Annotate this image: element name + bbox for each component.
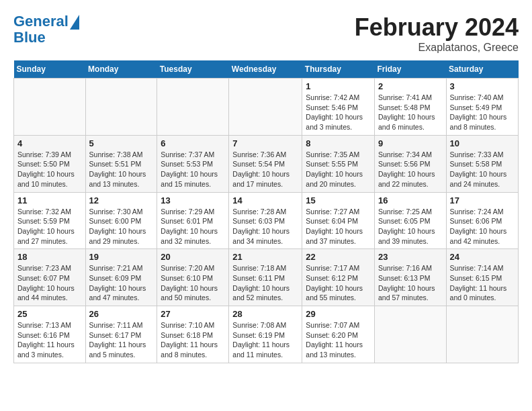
calendar-cell: 19Sunrise: 7:21 AM Sunset: 6:09 PM Dayli…: [85, 249, 157, 306]
calendar-cell: 13Sunrise: 7:29 AM Sunset: 6:01 PM Dayli…: [157, 192, 229, 249]
calendar-week-1: 1Sunrise: 7:42 AM Sunset: 5:46 PM Daylig…: [14, 79, 519, 136]
location-label: Exaplatanos, Greece: [355, 42, 519, 54]
calendar-cell: 8Sunrise: 7:35 AM Sunset: 5:55 PM Daylig…: [302, 135, 375, 192]
calendar-week-3: 11Sunrise: 7:32 AM Sunset: 5:59 PM Dayli…: [14, 192, 519, 249]
calendar-cell: 27Sunrise: 7:10 AM Sunset: 6:18 PM Dayli…: [157, 306, 229, 363]
day-number: 17: [450, 195, 515, 205]
calendar-cell: [157, 79, 229, 136]
day-number: 19: [89, 252, 154, 262]
calendar-cell: 18Sunrise: 7:23 AM Sunset: 6:07 PM Dayli…: [14, 249, 86, 306]
day-number: 15: [306, 195, 371, 205]
day-number: 9: [378, 138, 443, 148]
day-number: 27: [161, 309, 225, 319]
day-detail: Sunrise: 7:41 AM Sunset: 5:48 PM Dayligh…: [378, 93, 443, 132]
day-number: 22: [306, 252, 371, 262]
calendar-cell: 1Sunrise: 7:42 AM Sunset: 5:46 PM Daylig…: [302, 79, 375, 136]
day-detail: Sunrise: 7:42 AM Sunset: 5:46 PM Dayligh…: [306, 93, 371, 132]
calendar-table: SundayMondayTuesdayWednesdayThursdayFrid…: [13, 60, 519, 363]
day-number: 4: [17, 138, 82, 148]
calendar-week-2: 4Sunrise: 7:39 AM Sunset: 5:50 PM Daylig…: [14, 135, 519, 192]
title-area: February 2024 Exaplatanos, Greece: [355, 13, 519, 54]
day-detail: Sunrise: 7:16 AM Sunset: 6:13 PM Dayligh…: [378, 263, 443, 303]
calendar-cell: 15Sunrise: 7:27 AM Sunset: 6:04 PM Dayli…: [302, 192, 375, 249]
calendar-cell: 26Sunrise: 7:11 AM Sunset: 6:17 PM Dayli…: [85, 306, 157, 363]
day-detail: Sunrise: 7:38 AM Sunset: 5:51 PM Dayligh…: [89, 150, 154, 189]
day-number: 26: [89, 309, 154, 319]
calendar-cell: 10Sunrise: 7:33 AM Sunset: 5:58 PM Dayli…: [446, 135, 518, 192]
calendar-cell: 25Sunrise: 7:13 AM Sunset: 6:16 PM Dayli…: [14, 306, 86, 363]
day-detail: Sunrise: 7:10 AM Sunset: 6:18 PM Dayligh…: [161, 320, 225, 360]
month-title: February 2024: [355, 13, 519, 42]
col-header-wednesday: Wednesday: [229, 60, 302, 79]
col-header-sunday: Sunday: [14, 60, 86, 79]
calendar-cell: 28Sunrise: 7:08 AM Sunset: 6:19 PM Dayli…: [229, 306, 302, 363]
calendar-cell: [229, 79, 302, 136]
calendar-week-5: 25Sunrise: 7:13 AM Sunset: 6:16 PM Dayli…: [14, 306, 519, 363]
calendar-header-row: SundayMondayTuesdayWednesdayThursdayFrid…: [14, 60, 519, 79]
day-number: 10: [450, 138, 515, 148]
day-number: 11: [17, 195, 82, 205]
day-detail: Sunrise: 7:36 AM Sunset: 5:54 PM Dayligh…: [232, 150, 298, 189]
day-detail: Sunrise: 7:24 AM Sunset: 6:06 PM Dayligh…: [450, 207, 515, 246]
calendar-cell: 11Sunrise: 7:32 AM Sunset: 5:59 PM Dayli…: [14, 192, 86, 249]
day-number: 3: [450, 81, 515, 91]
day-detail: Sunrise: 7:13 AM Sunset: 6:16 PM Dayligh…: [17, 320, 82, 360]
day-detail: Sunrise: 7:35 AM Sunset: 5:55 PM Dayligh…: [306, 150, 371, 189]
day-number: 7: [232, 138, 298, 148]
calendar-cell: 3Sunrise: 7:40 AM Sunset: 5:49 PM Daylig…: [446, 79, 518, 136]
day-number: 5: [89, 138, 154, 148]
calendar-cell: 5Sunrise: 7:38 AM Sunset: 5:51 PM Daylig…: [85, 135, 157, 192]
day-number: 25: [17, 309, 82, 319]
calendar-cell: [85, 79, 157, 136]
logo-text-blue: Blue: [13, 30, 46, 46]
day-number: 28: [232, 309, 298, 319]
day-number: 20: [161, 252, 225, 262]
day-detail: Sunrise: 7:30 AM Sunset: 6:00 PM Dayligh…: [89, 207, 154, 246]
day-number: 8: [306, 138, 371, 148]
calendar-cell: 4Sunrise: 7:39 AM Sunset: 5:50 PM Daylig…: [14, 135, 86, 192]
calendar-cell: 6Sunrise: 7:37 AM Sunset: 5:53 PM Daylig…: [157, 135, 229, 192]
logo-text-general: General: [13, 13, 69, 30]
day-number: 29: [306, 309, 371, 319]
day-number: 23: [378, 252, 443, 262]
day-detail: Sunrise: 7:14 AM Sunset: 6:15 PM Dayligh…: [450, 263, 515, 303]
calendar-cell: [446, 306, 518, 363]
day-detail: Sunrise: 7:28 AM Sunset: 6:03 PM Dayligh…: [232, 207, 298, 246]
calendar-cell: 14Sunrise: 7:28 AM Sunset: 6:03 PM Dayli…: [229, 192, 302, 249]
calendar-cell: 12Sunrise: 7:30 AM Sunset: 6:00 PM Dayli…: [85, 192, 157, 249]
day-number: 24: [450, 252, 515, 262]
day-detail: Sunrise: 7:34 AM Sunset: 5:56 PM Dayligh…: [378, 150, 443, 189]
calendar-cell: 2Sunrise: 7:41 AM Sunset: 5:48 PM Daylig…: [374, 79, 446, 136]
day-number: 2: [378, 81, 443, 91]
calendar-cell: [374, 306, 446, 363]
calendar-cell: [14, 79, 86, 136]
calendar-cell: 22Sunrise: 7:17 AM Sunset: 6:12 PM Dayli…: [302, 249, 375, 306]
day-detail: Sunrise: 7:40 AM Sunset: 5:49 PM Dayligh…: [450, 93, 515, 132]
col-header-monday: Monday: [85, 60, 157, 79]
calendar-cell: 20Sunrise: 7:20 AM Sunset: 6:10 PM Dayli…: [157, 249, 229, 306]
day-detail: Sunrise: 7:21 AM Sunset: 6:09 PM Dayligh…: [89, 263, 154, 303]
day-number: 6: [161, 138, 225, 148]
day-detail: Sunrise: 7:20 AM Sunset: 6:10 PM Dayligh…: [161, 263, 225, 303]
calendar-cell: 9Sunrise: 7:34 AM Sunset: 5:56 PM Daylig…: [374, 135, 446, 192]
col-header-saturday: Saturday: [446, 60, 518, 79]
day-number: 12: [89, 195, 154, 205]
day-number: 1: [306, 81, 371, 91]
day-detail: Sunrise: 7:18 AM Sunset: 6:11 PM Dayligh…: [232, 263, 298, 303]
calendar-cell: 29Sunrise: 7:07 AM Sunset: 6:20 PM Dayli…: [302, 306, 375, 363]
page-header: General Blue February 2024 Exaplatanos, …: [13, 13, 519, 54]
calendar-cell: 24Sunrise: 7:14 AM Sunset: 6:15 PM Dayli…: [446, 249, 518, 306]
day-detail: Sunrise: 7:07 AM Sunset: 6:20 PM Dayligh…: [306, 320, 371, 360]
calendar-cell: 17Sunrise: 7:24 AM Sunset: 6:06 PM Dayli…: [446, 192, 518, 249]
calendar-cell: 16Sunrise: 7:25 AM Sunset: 6:05 PM Dayli…: [374, 192, 446, 249]
calendar-cell: 7Sunrise: 7:36 AM Sunset: 5:54 PM Daylig…: [229, 135, 302, 192]
calendar-week-4: 18Sunrise: 7:23 AM Sunset: 6:07 PM Dayli…: [14, 249, 519, 306]
day-number: 16: [378, 195, 443, 205]
day-number: 13: [161, 195, 225, 205]
day-detail: Sunrise: 7:39 AM Sunset: 5:50 PM Dayligh…: [17, 150, 82, 189]
day-detail: Sunrise: 7:23 AM Sunset: 6:07 PM Dayligh…: [17, 263, 82, 303]
day-detail: Sunrise: 7:25 AM Sunset: 6:05 PM Dayligh…: [378, 207, 443, 246]
day-detail: Sunrise: 7:11 AM Sunset: 6:17 PM Dayligh…: [89, 320, 154, 360]
col-header-thursday: Thursday: [302, 60, 375, 79]
col-header-tuesday: Tuesday: [157, 60, 229, 79]
